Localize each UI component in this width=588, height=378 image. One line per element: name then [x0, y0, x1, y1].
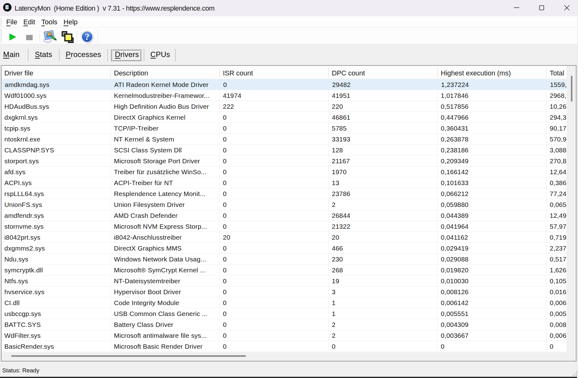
svg-text:?: ?: [85, 32, 90, 42]
